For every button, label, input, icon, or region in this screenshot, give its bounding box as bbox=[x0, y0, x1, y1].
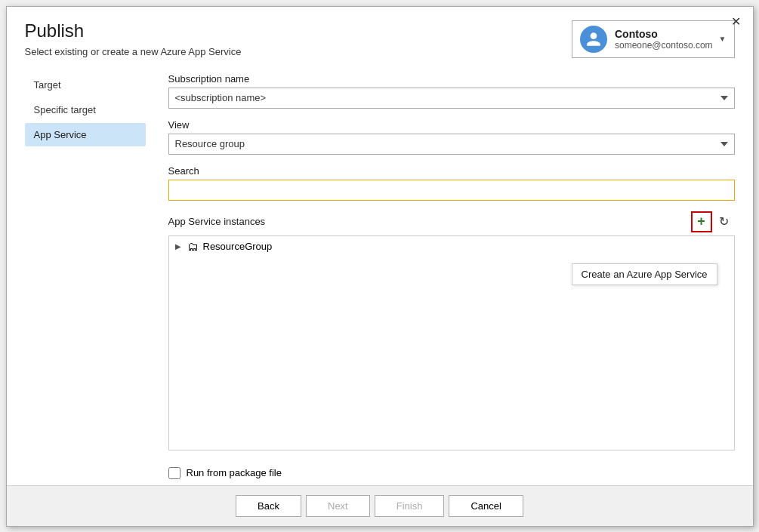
view-select[interactable]: Resource group bbox=[168, 134, 735, 155]
instances-label: App Service instances bbox=[168, 216, 266, 227]
instances-list[interactable]: ▶ 🗂 ResourceGroup Create an Azure App Se… bbox=[168, 235, 735, 451]
view-label: View bbox=[168, 119, 735, 131]
refresh-button[interactable]: ↻ bbox=[714, 211, 735, 232]
subscription-section: Subscription name <subscription name> bbox=[168, 73, 735, 109]
add-tooltip: Create an Azure App Service bbox=[572, 263, 717, 285]
instances-actions: + ↻ bbox=[691, 211, 735, 232]
search-input[interactable] bbox=[168, 180, 735, 201]
close-button[interactable]: ✕ bbox=[725, 13, 747, 31]
tree-item-resourcegroup[interactable]: ▶ 🗂 ResourceGroup bbox=[169, 236, 734, 257]
account-email: someone@contoso.com bbox=[615, 40, 713, 51]
dialog-footer: Back Next Finish Cancel bbox=[7, 485, 753, 526]
account-name: Contoso bbox=[615, 28, 713, 40]
sidebar-item-specific-target[interactable]: Specific target bbox=[25, 98, 146, 121]
dialog-subtitle: Select existing or create a new Azure Ap… bbox=[25, 46, 242, 57]
account-avatar bbox=[580, 26, 607, 53]
dialog-content: Target Specific target App Service Subsc… bbox=[7, 58, 753, 485]
finish-button[interactable]: Finish bbox=[375, 495, 445, 517]
run-from-package-label: Run from package file bbox=[187, 467, 282, 478]
person-icon bbox=[585, 31, 602, 48]
folder-icon: 🗂 bbox=[187, 240, 199, 253]
subscription-select[interactable]: <subscription name> bbox=[168, 88, 735, 109]
title-bar: Publish Select existing or create a new … bbox=[7, 7, 753, 58]
instances-header: App Service instances + ↻ bbox=[168, 211, 735, 232]
subscription-label: Subscription name bbox=[168, 73, 735, 85]
back-button[interactable]: Back bbox=[236, 495, 301, 517]
account-info: Contoso someone@contoso.com bbox=[615, 28, 713, 51]
tree-item-label: ResourceGroup bbox=[203, 241, 273, 252]
search-section: Search bbox=[168, 165, 735, 201]
chevron-down-icon: ▼ bbox=[719, 35, 727, 43]
tree-arrow-icon: ▶ bbox=[175, 242, 187, 251]
add-app-service-button[interactable]: + bbox=[691, 211, 712, 232]
instances-section: App Service instances + ↻ ▶ 🗂 ResourceGr… bbox=[168, 211, 735, 451]
sidebar-item-app-service[interactable]: App Service bbox=[25, 123, 146, 146]
main-form: Subscription name <subscription name> Vi… bbox=[168, 73, 735, 485]
title-section: Publish Select existing or create a new … bbox=[25, 20, 242, 57]
account-widget[interactable]: Contoso someone@contoso.com ▼ bbox=[572, 20, 735, 58]
dialog-title: Publish bbox=[25, 20, 242, 42]
publish-dialog: ✕ Publish Select existing or create a ne… bbox=[6, 6, 754, 527]
view-section: View Resource group bbox=[168, 119, 735, 155]
cancel-button[interactable]: Cancel bbox=[449, 495, 523, 517]
run-from-package-checkbox[interactable] bbox=[168, 467, 180, 479]
search-label: Search bbox=[168, 165, 735, 177]
sidebar-item-target[interactable]: Target bbox=[25, 73, 146, 97]
next-button[interactable]: Next bbox=[306, 495, 370, 517]
run-from-package-row: Run from package file bbox=[168, 458, 735, 485]
sidebar: Target Specific target App Service bbox=[25, 73, 146, 485]
